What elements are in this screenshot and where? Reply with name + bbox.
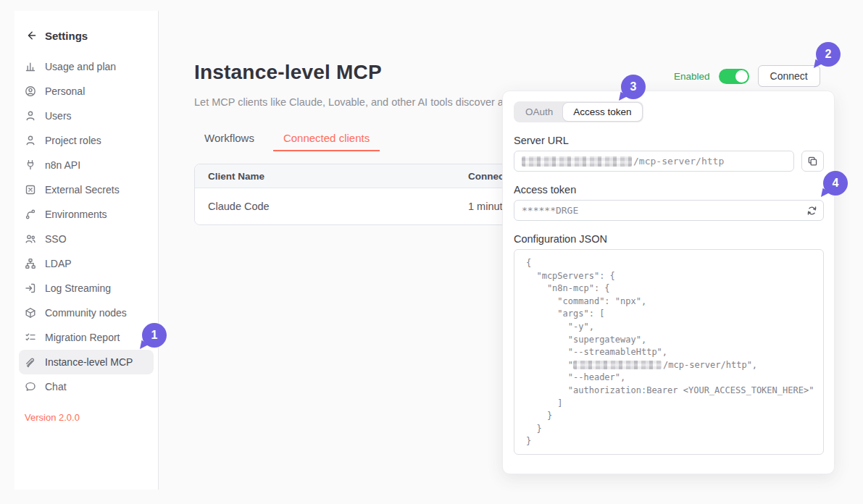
page-title: Instance-level MCP: [194, 61, 382, 84]
sidebar-item-community-nodes[interactable]: Community nodes: [19, 301, 154, 325]
box-x-icon: [25, 184, 36, 196]
sidebar-item-n8n-api[interactable]: n8n API: [19, 153, 154, 177]
json-line: }: [526, 410, 812, 423]
sidebar-item-label: n8n API: [45, 159, 80, 171]
main-tabs: Workflows Connected clients: [194, 130, 380, 151]
sidebar-item-migration-report[interactable]: Migration Report: [19, 325, 154, 350]
package-icon: [25, 307, 36, 319]
sidebar-item-personal[interactable]: Personal: [19, 79, 154, 104]
tab-workflows[interactable]: Workflows: [194, 130, 264, 151]
sidebar-item-label: Users: [45, 110, 72, 122]
sidebar-items: Usage and plan Personal Users Project ro…: [14, 54, 158, 399]
sidebar-item-project-roles[interactable]: Project roles: [19, 128, 154, 153]
access-token-value: ******DRGE: [522, 205, 578, 216]
step-marker-4: 4: [823, 171, 848, 196]
enabled-label: Enabled: [674, 71, 710, 82]
access-token-input[interactable]: ******DRGE: [514, 200, 824, 221]
user-icon: [25, 135, 36, 146]
checklist-icon: [25, 332, 36, 343]
sidebar-item-label: LDAP: [45, 258, 72, 269]
plug-icon: [25, 159, 36, 171]
sidebar-item-chat[interactable]: Chat: [19, 374, 154, 399]
json-line: }: [526, 435, 812, 448]
redacted-url-host: [573, 361, 662, 369]
cell-client-name: Claude Code: [195, 201, 468, 212]
sidebar-item-label: Personal: [45, 85, 85, 97]
server-url-visible: /mcp-server/http: [633, 156, 724, 167]
json-line: }: [526, 423, 812, 436]
redacted-url-host: [522, 156, 632, 167]
mcp-layers-icon: [25, 356, 36, 368]
json-line: "-y",: [526, 321, 812, 334]
server-url-row: /mcp-server/http: [514, 151, 824, 172]
sidebar-title: Settings: [45, 30, 88, 42]
sidebar-item-label: Log Streaming: [45, 282, 111, 294]
log-in-icon: [25, 282, 36, 294]
sidebar-item-label: Instance-level MCP: [45, 356, 133, 368]
chat-bubble-icon: [25, 381, 36, 392]
sidebar-item-label: Migration Report: [45, 332, 120, 343]
mcp-connect-popover: OAuth Access token Server URL /mcp-serve…: [502, 91, 835, 474]
json-line: {: [526, 257, 812, 270]
col-header-client-name: Client Name: [195, 171, 468, 182]
step-marker-2: 2: [816, 42, 841, 67]
refresh-icon: [806, 205, 817, 216]
step-marker-3: 3: [621, 75, 646, 99]
settings-header: Settings: [14, 27, 158, 44]
json-line: ]: [526, 398, 812, 411]
auth-tab-access-token[interactable]: Access token: [563, 103, 641, 121]
json-line: "args": [: [526, 308, 812, 321]
json-line: "--header",: [526, 371, 812, 385]
sidebar-item-label: SSO: [45, 233, 67, 245]
settings-page: Settings Usage and plan Personal Users P…: [0, 0, 863, 504]
json-line: "mcpServers": {: [526, 270, 812, 283]
sidebar-item-ldap[interactable]: LDAP: [19, 251, 154, 276]
user-icon: [25, 110, 36, 122]
json-line: "--streamableHttp",: [526, 346, 812, 359]
json-line-redacted: "/mcp-server/http",: [526, 359, 812, 372]
configuration-json-box: { "mcpServers": { "n8n-mcp": { "command"…: [514, 249, 824, 455]
sidebar-item-label: External Secrets: [45, 184, 120, 196]
tab-connected-clients[interactable]: Connected clients: [273, 130, 380, 151]
sidebar-item-label: Community nodes: [45, 307, 127, 319]
sidebar-item-users[interactable]: Users: [19, 104, 154, 128]
connect-button[interactable]: Connect: [758, 65, 820, 87]
settings-sidebar: Settings Usage and plan Personal Users P…: [14, 11, 159, 490]
configuration-json-label: Configuration JSON: [514, 233, 824, 245]
access-token-row: ******DRGE: [514, 200, 824, 221]
json-line: "supergateway",: [526, 334, 812, 347]
user-circle-icon: [25, 85, 36, 97]
sidebar-item-log-streaming[interactable]: Log Streaming: [19, 276, 154, 301]
json-line: "authorization:Bearer <YOUR_ACCESS_TOKEN…: [526, 385, 812, 398]
header-actions: Enabled Connect: [674, 65, 820, 87]
hierarchy-icon: [25, 258, 36, 269]
sidebar-item-external-secrets[interactable]: External Secrets: [19, 177, 154, 202]
sidebar-item-label: Usage and plan: [45, 61, 116, 72]
server-url-input[interactable]: /mcp-server/http: [514, 151, 794, 172]
toggle-knob: [735, 70, 748, 83]
copy-icon: [807, 156, 818, 167]
auth-tab-oauth[interactable]: OAuth: [515, 103, 563, 121]
sidebar-item-sso[interactable]: SSO: [19, 227, 154, 251]
auth-method-segmented-control: OAuth Access token: [514, 101, 643, 122]
server-url-label: Server URL: [514, 135, 824, 146]
git-branch-icon: [25, 209, 36, 220]
sidebar-item-environments[interactable]: Environments: [19, 202, 154, 227]
sidebar-item-label: Chat: [45, 381, 67, 392]
step-marker-1: 1: [142, 323, 167, 348]
enabled-toggle[interactable]: [719, 69, 749, 84]
sidebar-item-instance-level-mcp[interactable]: Instance-level MCP: [19, 350, 154, 374]
users-icon: [25, 233, 36, 245]
bar-chart-icon: [25, 61, 36, 72]
access-token-label: Access token: [514, 184, 824, 196]
json-line: "command": "npx",: [526, 295, 812, 308]
copy-button[interactable]: [801, 151, 824, 172]
back-arrow-icon[interactable]: [25, 29, 38, 42]
refresh-token-button[interactable]: [806, 205, 817, 216]
json-line: "n8n-mcp": {: [526, 282, 812, 295]
version-text: Version 2.0.0: [25, 412, 158, 423]
sidebar-item-label: Project roles: [45, 135, 101, 146]
sidebar-item-label: Environments: [45, 209, 107, 220]
sidebar-item-usage-and-plan[interactable]: Usage and plan: [19, 54, 154, 79]
